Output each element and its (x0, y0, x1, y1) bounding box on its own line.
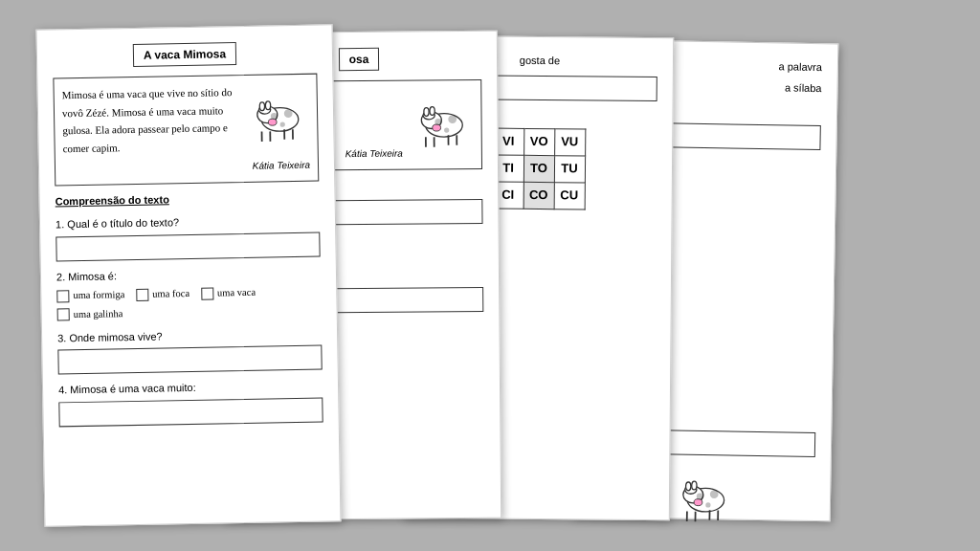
cell-vo: VO (523, 129, 554, 156)
page1-option-galinha[interactable]: uma galinha (57, 306, 123, 322)
svg-point-25 (424, 108, 429, 117)
page1-option-formiga[interactable]: uma formiga (56, 287, 124, 303)
syllable-table: VI VO VU TI TO TU CI CO CU (492, 128, 586, 210)
cell-cu: CU (554, 183, 585, 209)
page1-answer-1[interactable] (56, 231, 320, 261)
svg-point-28 (448, 115, 457, 123)
checkbox-vaca[interactable] (201, 287, 213, 299)
page1-question-4: 4. Mimosa é uma vaca muito: (58, 378, 323, 398)
checkbox-galinha[interactable] (57, 309, 70, 321)
page1-question-2: 2. Mimosa é: (56, 264, 321, 284)
svg-point-24 (433, 124, 441, 131)
svg-point-9 (694, 499, 702, 506)
svg-point-26 (430, 107, 434, 116)
svg-point-40 (259, 102, 264, 111)
svg-point-10 (686, 482, 691, 491)
page1-answer-4[interactable] (58, 397, 323, 427)
label-galinha: uma galinha (74, 306, 123, 322)
svg-point-29 (444, 127, 449, 132)
page1-section-title: Compreensão do texto (55, 188, 319, 209)
page1-option-vaca[interactable]: uma vaca (201, 285, 256, 301)
page1-title: A vaca Mimosa (133, 42, 237, 67)
svg-point-11 (692, 481, 697, 490)
page1-cow-image (242, 82, 310, 145)
page1-options-row: uma formiga uma foca uma vaca uma galinh… (56, 284, 322, 322)
label-vaca: uma vaca (217, 285, 256, 300)
page1-question-1: 1. Qual é o título do texto? (56, 212, 320, 232)
page1-answer-3[interactable] (57, 345, 322, 375)
page1-question-3: 3. Onde mimosa vive? (57, 325, 322, 345)
svg-point-27 (434, 119, 441, 125)
checkbox-foca[interactable] (136, 288, 148, 300)
page2-cow-image (406, 88, 474, 151)
page1-author: Kátia Teixeira (63, 158, 310, 178)
label-formiga: uma formiga (73, 287, 124, 303)
cell-to: TO (523, 156, 554, 183)
page1-story-box: Mimosa é uma vaca que vive no sítio do v… (53, 74, 319, 187)
svg-point-39 (268, 119, 277, 125)
label-foca: uma foca (152, 286, 189, 301)
page4-cow-image (668, 462, 736, 525)
cell-co: CO (523, 183, 554, 209)
checkbox-formiga[interactable] (56, 290, 69, 302)
svg-point-41 (265, 101, 270, 110)
pages-container: a palavra a sílaba pelo vrla cava a: uni… (31, 17, 949, 534)
page1-option-foca[interactable]: uma foca (136, 286, 189, 302)
cell-tu: TU (554, 156, 585, 183)
cell-vu: VU (554, 129, 585, 156)
page-1: A vaca Mimosa Mimo (35, 24, 341, 526)
page2-title: osa (339, 48, 380, 71)
